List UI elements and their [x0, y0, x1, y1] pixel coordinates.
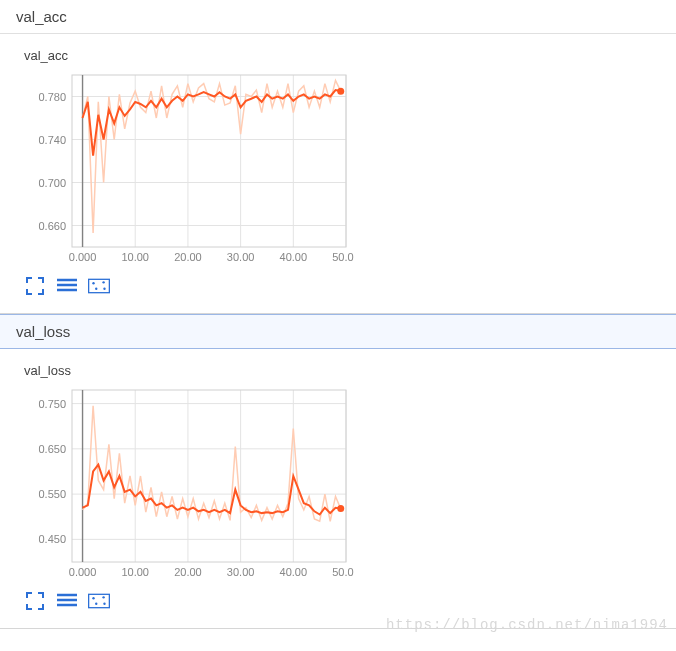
svg-text:10.00: 10.00 — [121, 251, 149, 263]
chart-title-val-acc: val_acc — [0, 48, 676, 69]
svg-text:50.00: 50.00 — [332, 566, 354, 578]
fullscreen-icon — [26, 277, 44, 295]
svg-text:40.00: 40.00 — [280, 566, 308, 578]
panel-header-label: val_acc — [16, 8, 67, 25]
panel-body-val-loss: val_loss 0.00010.0020.0030.0040.0050.000… — [0, 349, 676, 628]
panel-val-acc: val_acc val_acc 0.00010.0020.0030.0040.0… — [0, 0, 676, 314]
svg-rect-26 — [89, 279, 110, 292]
svg-point-59 — [102, 596, 104, 598]
svg-text:20.00: 20.00 — [174, 566, 202, 578]
svg-text:20.00: 20.00 — [174, 251, 202, 263]
fullscreen-button[interactable] — [24, 592, 46, 610]
svg-point-27 — [92, 282, 94, 284]
list-icon — [57, 278, 77, 294]
svg-text:0.700: 0.700 — [38, 177, 66, 189]
svg-text:0.550: 0.550 — [38, 488, 66, 500]
svg-text:10.00: 10.00 — [121, 566, 149, 578]
dots-icon — [88, 593, 110, 609]
panel-header-label: val_loss — [16, 323, 70, 340]
chart-wrap-val-loss: 0.00010.0020.0030.0040.0050.000.4500.550… — [0, 384, 676, 584]
chart-title-val-loss: val_loss — [0, 363, 676, 384]
panel-header-val-loss[interactable]: val_loss — [0, 314, 676, 349]
dots-button[interactable] — [88, 277, 110, 295]
svg-point-60 — [95, 603, 97, 605]
svg-text:0.750: 0.750 — [38, 398, 66, 410]
panel-header-val-acc[interactable]: val_acc — [0, 0, 676, 34]
svg-point-61 — [103, 603, 105, 605]
svg-text:0.450: 0.450 — [38, 533, 66, 545]
svg-rect-57 — [89, 594, 110, 607]
panel-val-loss: val_loss val_loss 0.00010.0020.0030.0040… — [0, 314, 676, 629]
svg-text:40.00: 40.00 — [280, 251, 308, 263]
svg-text:50.00: 50.00 — [332, 251, 354, 263]
list-button[interactable] — [56, 277, 78, 295]
chart-val-loss[interactable]: 0.00010.0020.0030.0040.0050.000.4500.550… — [24, 384, 354, 584]
svg-text:0.780: 0.780 — [38, 91, 66, 103]
svg-text:0.000: 0.000 — [69, 566, 97, 578]
svg-point-43 — [337, 505, 344, 512]
fullscreen-button[interactable] — [24, 277, 46, 295]
svg-text:0.740: 0.740 — [38, 134, 66, 146]
svg-point-30 — [103, 288, 105, 290]
svg-point-28 — [102, 281, 104, 283]
svg-text:0.000: 0.000 — [69, 251, 97, 263]
svg-text:30.00: 30.00 — [227, 566, 255, 578]
svg-text:0.650: 0.650 — [38, 443, 66, 455]
svg-text:30.00: 30.00 — [227, 251, 255, 263]
dots-button[interactable] — [88, 592, 110, 610]
chart-toolbar-val-acc — [0, 269, 676, 303]
svg-point-29 — [95, 288, 97, 290]
chart-val-acc[interactable]: 0.00010.0020.0030.0040.0050.000.6600.700… — [24, 69, 354, 269]
chart-wrap-val-acc: 0.00010.0020.0030.0040.0050.000.6600.700… — [0, 69, 676, 269]
list-button[interactable] — [56, 592, 78, 610]
chart-toolbar-val-loss — [0, 584, 676, 618]
svg-point-58 — [92, 597, 94, 599]
fullscreen-icon — [26, 592, 44, 610]
dots-icon — [88, 278, 110, 294]
svg-text:0.660: 0.660 — [38, 220, 66, 232]
svg-point-12 — [337, 88, 344, 95]
panel-body-val-acc: val_acc 0.00010.0020.0030.0040.0050.000.… — [0, 34, 676, 313]
svg-rect-41 — [72, 390, 346, 562]
list-icon — [57, 593, 77, 609]
svg-rect-10 — [72, 75, 346, 247]
